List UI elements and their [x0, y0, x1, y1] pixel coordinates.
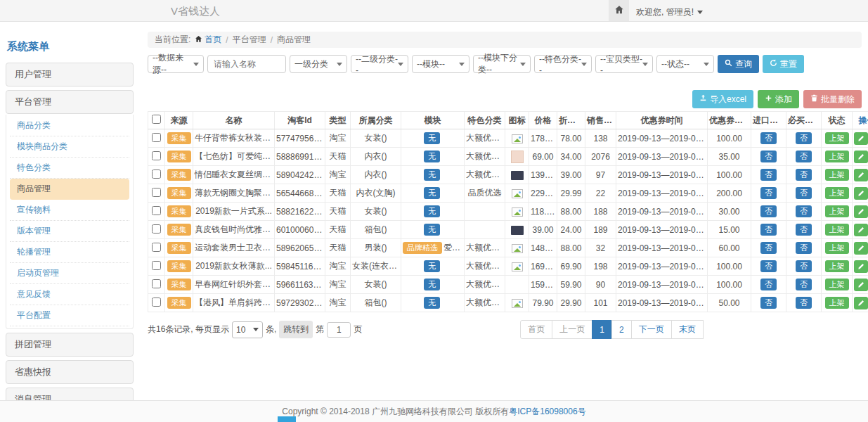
filter-select[interactable]: --特色分类-- [534, 55, 592, 73]
status-badge[interactable]: 上架 [825, 297, 849, 309]
must-buy-toggle[interactable]: 否 [796, 279, 812, 290]
sidebar-section[interactable]: 省惠快报 [6, 360, 134, 384]
edit-button[interactable] [854, 242, 868, 255]
jump-page-input[interactable] [327, 322, 351, 338]
sidebar-submenu-item[interactable]: 启动页管理 [10, 263, 129, 284]
per-page-select[interactable]: 10 [232, 321, 263, 338]
import-select-toggle[interactable]: 否 [760, 132, 777, 144]
row-checkbox[interactable] [152, 170, 161, 179]
status-badge[interactable]: 上架 [825, 224, 849, 236]
jump-button[interactable]: 跳转到 [279, 321, 313, 338]
status-badge[interactable]: 上架 [825, 151, 849, 162]
must-buy-toggle[interactable]: 否 [796, 224, 812, 236]
data-source-select[interactable]: --数据来源-- [148, 55, 204, 73]
refresh-icon [770, 59, 777, 69]
import-select-toggle[interactable]: 否 [760, 224, 777, 236]
must-buy-toggle[interactable]: 否 [796, 187, 812, 199]
edit-button[interactable] [854, 260, 868, 273]
select-all-checkbox[interactable] [152, 115, 161, 124]
row-checkbox[interactable] [152, 133, 161, 142]
row-checkbox[interactable] [152, 298, 161, 307]
sidebar-submenu-item[interactable]: 平台配置 [10, 305, 129, 326]
import-select-toggle[interactable]: 否 [760, 242, 777, 254]
sidebar-section-platform-management[interactable]: 平台管理 [6, 90, 134, 114]
search-button[interactable]: 查询 [718, 55, 759, 73]
must-buy-toggle[interactable]: 否 [796, 132, 812, 144]
filter-select[interactable]: 一级分类 [290, 55, 347, 73]
edit-button[interactable] [854, 132, 868, 145]
sidebar-submenu-item[interactable]: 商品管理 [10, 179, 129, 200]
edit-button[interactable] [854, 279, 868, 291]
import-select-toggle[interactable]: 否 [760, 187, 777, 199]
batch-delete-button[interactable]: 批量删除 [803, 90, 862, 108]
home-button[interactable] [609, 0, 629, 21]
add-button[interactable]: 添加 [758, 90, 799, 108]
status-badge[interactable]: 上架 [825, 205, 849, 217]
filter-select[interactable]: --模块下分类-- [473, 55, 531, 73]
sidebar-submenu-item[interactable]: 模块商品分类 [10, 136, 129, 158]
filter-select[interactable]: --二级分类-- [351, 55, 408, 73]
user-menu[interactable]: 欢迎您, 管理员! [636, 6, 703, 18]
pager-button[interactable]: 1 [592, 320, 612, 339]
status-badge[interactable]: 上架 [825, 169, 849, 181]
filter-select[interactable]: --模块-- [412, 55, 469, 73]
status-badge[interactable]: 上架 [825, 187, 849, 199]
status-badge[interactable]: 上架 [825, 279, 849, 290]
coupon-amount: 60.00 [708, 239, 751, 257]
sidebar-submenu-item[interactable]: 商品分类 [10, 115, 129, 136]
import-select-toggle[interactable]: 否 [760, 169, 777, 181]
must-buy-toggle[interactable]: 否 [796, 297, 812, 309]
import-select-toggle[interactable]: 否 [760, 297, 777, 309]
row-checkbox[interactable] [152, 243, 161, 252]
filter-select[interactable]: --状态-- [656, 55, 714, 73]
edit-button[interactable] [854, 169, 868, 181]
sidebar-section-user-management[interactable]: 用户管理 [6, 63, 134, 87]
row-checkbox[interactable] [152, 261, 161, 270]
sidebar-submenu-item[interactable]: 版本管理 [10, 221, 129, 242]
must-buy-toggle[interactable]: 否 [796, 151, 812, 162]
must-buy-toggle[interactable]: 否 [796, 242, 812, 254]
import-excel-button[interactable]: 导入excel [692, 90, 753, 108]
sidebar-submenu-item[interactable]: 轮播管理 [10, 242, 129, 263]
edit-button[interactable] [854, 297, 868, 309]
sidebar-submenu-item[interactable]: 意见反馈 [10, 284, 129, 305]
row-checkbox[interactable] [152, 151, 161, 160]
import-select-toggle[interactable]: 否 [760, 205, 777, 217]
pager-button[interactable]: 2 [611, 320, 632, 339]
row-checkbox[interactable] [152, 279, 161, 288]
edit-button[interactable] [854, 151, 868, 163]
sidebar-section[interactable]: 拼团管理 [6, 333, 134, 357]
module-cell: 无 [401, 129, 465, 148]
row-actions [853, 129, 868, 148]
row-checkbox[interactable] [152, 224, 161, 234]
source-badge: 采集 [167, 279, 191, 290]
sidebar-submenu-item[interactable]: 宣传物料 [10, 200, 129, 221]
status-badge[interactable]: 上架 [825, 132, 849, 144]
edit-button[interactable] [854, 224, 868, 236]
icp-link[interactable]: 粤ICP备16098006号 [509, 406, 585, 418]
filter-select[interactable]: --宝贝类型-- [595, 55, 653, 73]
status-badge[interactable]: 上架 [825, 260, 849, 272]
name-search-input[interactable] [207, 55, 286, 73]
import-select-toggle[interactable]: 否 [760, 151, 777, 162]
edit-button[interactable] [854, 205, 868, 218]
row-checkbox[interactable] [152, 188, 161, 197]
sidebar-submenu-item[interactable]: 特色分类 [10, 158, 129, 179]
edit-button[interactable] [854, 187, 868, 200]
breadcrumb-home-link[interactable]: 首页 [195, 34, 221, 46]
product-name: 【港风】单肩斜跨链条... [193, 294, 275, 312]
must-buy-toggle[interactable]: 否 [796, 205, 812, 217]
status-badge[interactable]: 上架 [825, 242, 849, 254]
column-header: 所属分类 [351, 112, 401, 129]
icon-cell [505, 221, 529, 239]
reset-button[interactable]: 重置 [763, 55, 804, 73]
pager-button[interactable]: 上一页 [552, 320, 592, 339]
row-checkbox[interactable] [152, 206, 161, 215]
pager-button[interactable]: 末页 [671, 320, 704, 339]
must-buy-toggle[interactable]: 否 [796, 260, 812, 272]
import-select-toggle[interactable]: 否 [760, 279, 777, 290]
must-buy-toggle[interactable]: 否 [796, 169, 812, 181]
import-select-toggle[interactable]: 否 [760, 260, 777, 272]
pager-button[interactable]: 首页 [520, 320, 552, 339]
pager-button[interactable]: 下一页 [631, 320, 672, 339]
